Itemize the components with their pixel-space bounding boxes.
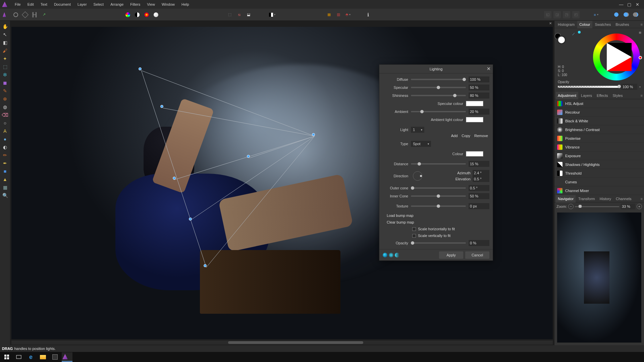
adjustment-black-white[interactable]: Black & White bbox=[554, 117, 644, 125]
lighting-opacity-slider[interactable] bbox=[411, 242, 466, 244]
tab-effects[interactable]: Effects bbox=[595, 92, 610, 99]
cancel-button[interactable]: Cancel bbox=[465, 251, 489, 259]
swatch-2-icon[interactable] bbox=[133, 11, 141, 18]
menu-window[interactable]: Window bbox=[158, 0, 178, 9]
close-window[interactable]: ✕ bbox=[635, 2, 640, 7]
heal-tool[interactable]: ⊕ bbox=[1, 95, 9, 103]
light-colour-swatch[interactable] bbox=[466, 151, 483, 157]
arrange-back-icon[interactable]: ◱ bbox=[544, 11, 551, 18]
h-scroll-thumb[interactable] bbox=[228, 341, 364, 344]
tab-colour[interactable]: Colour bbox=[577, 21, 592, 28]
hue-cursor[interactable] bbox=[639, 56, 642, 59]
ambient-value[interactable]: 20 % bbox=[469, 109, 489, 115]
outer-cone-slider[interactable] bbox=[411, 187, 466, 189]
specular-value[interactable]: 50 % bbox=[469, 84, 489, 90]
pen-tool[interactable]: ✎ bbox=[1, 87, 9, 95]
minimize-window[interactable]: — bbox=[619, 2, 624, 7]
ambient-slider[interactable] bbox=[411, 111, 466, 112]
clear-bump-button[interactable]: Clear bump map bbox=[385, 220, 415, 224]
colour-wheel[interactable] bbox=[593, 34, 640, 80]
adjustment-hsl-adjust[interactable]: HSL Adjust bbox=[554, 99, 644, 108]
selection-subtract-icon[interactable]: ⧅ bbox=[235, 11, 243, 18]
azimuth-value[interactable]: 2.4 ° bbox=[473, 170, 489, 176]
blur-tool[interactable]: ● bbox=[1, 135, 9, 143]
snap-menu-icon[interactable]: ⬘ bbox=[344, 11, 352, 18]
hand-tool[interactable]: ✋ bbox=[1, 23, 9, 30]
photo-persona-icon[interactable] bbox=[3, 11, 10, 18]
close-document-icon[interactable]: ✕ bbox=[549, 21, 553, 25]
scale-h-checkbox[interactable] bbox=[412, 227, 416, 231]
menu-document[interactable]: Document bbox=[51, 0, 74, 9]
preview-spot-icon[interactable] bbox=[383, 253, 387, 257]
adjustment-exposure[interactable]: Exposure bbox=[554, 152, 644, 160]
inner-cone-slider[interactable] bbox=[411, 195, 466, 197]
panel-menu-icon[interactable]: ≡ bbox=[639, 30, 641, 35]
apply-button[interactable]: Apply bbox=[439, 251, 463, 259]
dodge-tool[interactable]: ○ bbox=[1, 119, 9, 127]
colour-mode-icon[interactable] bbox=[578, 31, 581, 34]
paint-tool[interactable]: ✒ bbox=[1, 160, 9, 167]
bool-subtract-icon[interactable] bbox=[622, 11, 629, 18]
shape-tool[interactable]: ■ bbox=[1, 168, 9, 175]
bool-intersect-icon[interactable] bbox=[631, 11, 639, 18]
preview-directional-icon[interactable] bbox=[395, 253, 399, 257]
task-view-button[interactable] bbox=[13, 352, 24, 362]
align-dropdown[interactable]: ≡ bbox=[592, 11, 600, 18]
zoom-value[interactable]: 33 % bbox=[621, 203, 635, 209]
diffuse-slider[interactable] bbox=[411, 79, 466, 80]
zoom-tool[interactable]: 🔍 bbox=[1, 192, 9, 199]
zoom-slider[interactable] bbox=[575, 206, 619, 207]
zoom-in-button[interactable]: + bbox=[637, 204, 642, 209]
type-select[interactable]: Spot▾ bbox=[411, 141, 431, 147]
adjustment-threshold[interactable]: Threshold bbox=[554, 169, 644, 178]
adjustment-posterise[interactable]: Posterise bbox=[554, 134, 644, 143]
shininess-value[interactable]: 80 % bbox=[469, 93, 489, 99]
preview-point-icon[interactable] bbox=[389, 253, 393, 257]
selection-overlay-icon[interactable]: ⬚ bbox=[226, 11, 233, 18]
light-handle[interactable] bbox=[160, 105, 163, 108]
assistant-icon[interactable]: ℹ bbox=[364, 11, 372, 18]
menu-text[interactable]: Text bbox=[37, 0, 51, 9]
arrange-forward-icon[interactable]: ◳ bbox=[563, 11, 570, 18]
explorer-icon[interactable] bbox=[38, 352, 48, 362]
tab-channels[interactable]: Channels bbox=[614, 195, 633, 202]
crop-tool[interactable]: ◧ bbox=[1, 39, 9, 46]
tab-transform[interactable]: Transform bbox=[576, 195, 597, 202]
dialog-title-bar[interactable]: Lighting ✕ bbox=[379, 65, 493, 73]
mask-mode-dropdown[interactable] bbox=[268, 11, 276, 18]
swatch-4-icon[interactable] bbox=[152, 11, 160, 18]
vector-tool[interactable]: ▲ bbox=[1, 176, 9, 183]
tab-history[interactable]: History bbox=[598, 195, 613, 202]
menu-filters[interactable]: Filters bbox=[127, 0, 144, 9]
menu-layer[interactable]: Layer bbox=[74, 0, 90, 9]
tab-styles[interactable]: Styles bbox=[611, 92, 625, 99]
specular-slider[interactable] bbox=[411, 87, 466, 88]
inner-cone-value[interactable]: 50 % bbox=[469, 193, 489, 199]
adjustment-vibrance[interactable]: Vibrance bbox=[554, 143, 644, 152]
tab-swatches[interactable]: Swatches bbox=[593, 21, 613, 28]
develop-persona-icon[interactable] bbox=[21, 11, 29, 18]
shininess-slider[interactable] bbox=[411, 95, 466, 96]
adjustment-channel-mixer[interactable]: Channel Mixer bbox=[554, 186, 644, 195]
clone-tool[interactable]: ✦ bbox=[1, 55, 9, 62]
primary-colour-swatch[interactable] bbox=[557, 36, 566, 44]
sponge-tool[interactable]: ◐ bbox=[1, 143, 9, 151]
move-tool[interactable]: ↖ bbox=[1, 31, 9, 38]
add-light-button[interactable]: Add bbox=[450, 134, 459, 138]
tab-histogram[interactable]: Histogram bbox=[556, 21, 577, 28]
canvas-area[interactable]: ✕ bbox=[10, 21, 554, 345]
quick-mask-icon[interactable]: ⬓ bbox=[245, 11, 252, 18]
panel-menu-icon[interactable]: ≡ bbox=[641, 94, 643, 98]
menu-file[interactable]: File bbox=[11, 0, 24, 9]
eyedropper-icon[interactable]: ⟋ bbox=[571, 32, 576, 37]
menu-edit[interactable]: Edit bbox=[24, 0, 37, 9]
snap-grid-icon[interactable]: ▦ bbox=[325, 11, 333, 18]
texture-value[interactable]: 0 px bbox=[469, 203, 489, 209]
tab-navigator[interactable]: Navigator bbox=[556, 195, 576, 202]
outer-cone-value[interactable]: 0.5 ° bbox=[469, 185, 489, 191]
panel-menu-icon[interactable]: ≡ bbox=[641, 22, 643, 26]
menu-arrange[interactable]: Arrange bbox=[107, 0, 127, 9]
marquee-tool[interactable]: ⬚ bbox=[1, 63, 9, 70]
load-bump-button[interactable]: Load bump map bbox=[385, 214, 415, 218]
dialog-close-icon[interactable]: ✕ bbox=[487, 66, 491, 71]
